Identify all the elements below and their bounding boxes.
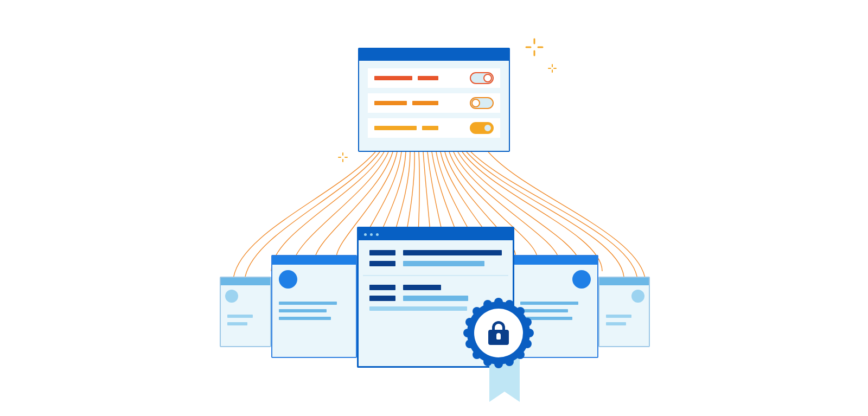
svg-point-13 <box>494 298 503 306</box>
setting-row <box>368 93 500 113</box>
text-placeholder <box>369 250 395 255</box>
text-placeholder <box>606 322 626 325</box>
svg-point-23 <box>483 357 492 366</box>
svg-point-27 <box>523 318 532 327</box>
svg-point-19 <box>473 350 481 359</box>
text-placeholder <box>279 309 327 312</box>
window-titlebar <box>359 228 513 240</box>
window-titlebar <box>599 278 649 285</box>
certificate-seal-icon <box>279 270 297 289</box>
divider <box>363 275 508 276</box>
toggle-switch[interactable] <box>470 122 494 134</box>
text-placeholder <box>369 285 395 290</box>
text-placeholder <box>403 250 502 255</box>
svg-point-18 <box>516 307 525 316</box>
lock-icon <box>488 321 509 345</box>
sparkle-icon <box>337 152 348 163</box>
text-placeholder <box>374 126 417 130</box>
text-placeholder <box>374 76 412 80</box>
text-placeholder <box>418 76 438 80</box>
svg-point-20 <box>516 350 525 359</box>
text-placeholder <box>412 101 438 105</box>
svg-point-26 <box>465 340 474 348</box>
svg-point-24 <box>505 357 514 366</box>
text-placeholder <box>369 261 395 266</box>
diagram-stage <box>0 0 868 416</box>
svg-point-21 <box>483 300 492 309</box>
text-placeholder <box>606 315 631 318</box>
text-placeholder <box>227 315 253 318</box>
text-placeholder <box>403 285 441 290</box>
sparkle-icon <box>548 64 557 73</box>
toggle-switch[interactable] <box>470 72 494 84</box>
svg-point-16 <box>525 329 534 337</box>
text-placeholder <box>227 322 247 325</box>
window-titlebar <box>514 256 597 265</box>
text-placeholder <box>403 261 484 266</box>
svg-point-17 <box>473 307 481 316</box>
text-placeholder <box>279 317 331 320</box>
sparkle-icon <box>525 38 544 56</box>
certificate-seal-icon <box>572 270 591 289</box>
svg-point-15 <box>463 329 472 337</box>
text-placeholder <box>369 296 395 301</box>
text-placeholder <box>369 306 467 311</box>
certificate-badge <box>467 301 542 404</box>
window-titlebar <box>221 278 270 285</box>
settings-panel <box>358 48 510 152</box>
badge-inner-circle <box>474 309 523 357</box>
window-titlebar <box>359 49 509 61</box>
svg-point-25 <box>465 318 474 327</box>
setting-row <box>368 118 500 138</box>
text-placeholder <box>403 296 468 301</box>
toggle-switch[interactable] <box>470 97 494 109</box>
target-window-2 <box>271 255 357 358</box>
svg-point-28 <box>523 340 532 348</box>
text-placeholder <box>374 101 407 105</box>
certificate-seal-icon <box>631 290 644 303</box>
text-placeholder <box>279 302 337 305</box>
svg-point-22 <box>505 300 514 309</box>
certificate-seal-icon <box>225 290 238 303</box>
text-placeholder <box>422 126 438 130</box>
svg-point-14 <box>494 360 503 368</box>
window-titlebar <box>272 256 356 265</box>
target-window-1 <box>220 277 271 347</box>
target-window-5 <box>598 277 650 347</box>
setting-row <box>368 68 500 88</box>
